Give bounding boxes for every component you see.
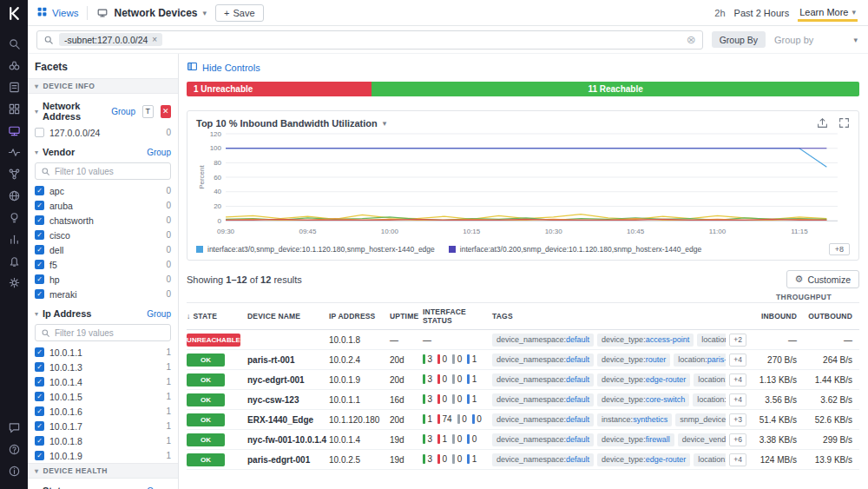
checkbox[interactable]: ✓ xyxy=(35,436,44,446)
checkbox[interactable]: ✓ xyxy=(35,186,44,195)
filter-toggle-button[interactable]: T xyxy=(142,105,154,118)
facet-group-vendor[interactable]: ▾VendorGroup xyxy=(28,140,178,161)
tag-pill[interactable]: device_type:access-point xyxy=(597,334,694,347)
chat-icon[interactable] xyxy=(0,417,28,439)
checkbox[interactable]: ✓ xyxy=(35,230,44,240)
alerting-icon[interactable] xyxy=(0,250,28,272)
explore-icon[interactable] xyxy=(0,55,28,76)
device-name[interactable]: nyc-edgrt-001 xyxy=(247,375,329,385)
legend-item[interactable]: interface:at3/0,snmp_device:10.1.120.180… xyxy=(196,245,435,254)
group-by-button[interactable]: Group By xyxy=(712,31,766,48)
facet-item[interactable]: ✓cisco0 xyxy=(28,228,178,242)
facet-filter-input[interactable] xyxy=(35,162,171,180)
save-button[interactable]: + Save xyxy=(215,4,264,22)
section-device-info[interactable]: ▾ DEVICE INFO xyxy=(28,78,178,94)
filter-chip[interactable]: -subnet:127.0.0.0/24 × xyxy=(59,33,162,46)
checkbox[interactable]: ✓ xyxy=(35,289,44,299)
tag-pill[interactable]: device_namespace:default xyxy=(492,354,594,367)
checkbox[interactable]: ✓ xyxy=(35,377,44,387)
more-tags-button[interactable]: +3 xyxy=(729,413,746,426)
checkbox[interactable]: ✓ xyxy=(35,245,44,254)
synthetics-icon[interactable] xyxy=(0,142,28,163)
more-tags-button[interactable]: +4 xyxy=(729,354,746,367)
checkbox[interactable]: ✓ xyxy=(35,260,44,269)
tag-pill[interactable]: location:nyc xyxy=(693,393,726,406)
more-tags-button[interactable]: +4 xyxy=(729,453,746,466)
table-row[interactable]: OKERX-1440_Edge10.1.120.18020d17400devic… xyxy=(187,410,859,430)
table-row[interactable]: UNREACHABLE10.0.1.8——device_namespace:de… xyxy=(187,330,859,350)
facet-item[interactable]: ✓10.0.1.11 xyxy=(28,345,178,360)
facet-item[interactable]: ✓f50 xyxy=(28,257,178,272)
tag-pill[interactable]: location:paris-dc1 xyxy=(694,453,726,466)
export-icon[interactable] xyxy=(817,117,828,129)
tag-pill[interactable]: instance:synthetics xyxy=(597,413,672,426)
more-tags-button[interactable]: +4 xyxy=(729,393,746,406)
tag-pill[interactable]: device_type:edge-router xyxy=(597,373,690,387)
facet-item[interactable]: 127.0.0.0/240 xyxy=(28,125,178,140)
search-icon[interactable] xyxy=(0,33,28,55)
network-devices-icon[interactable] xyxy=(0,120,28,142)
tag-pill[interactable]: device_namespace:default xyxy=(492,453,594,466)
search-input[interactable]: -subnet:127.0.0.0/24 × ⊗ xyxy=(36,30,703,50)
column-header-tags[interactable]: TAGS xyxy=(492,312,750,320)
tag-pill[interactable]: snmp_device:10.1.120.1... xyxy=(675,413,726,426)
facet-filter-field[interactable] xyxy=(55,167,165,176)
column-header-uptime[interactable]: UPTIME xyxy=(390,312,423,320)
tag-pill[interactable]: device_vendor:paloalto... xyxy=(678,433,727,446)
time-window-short[interactable]: 2h xyxy=(714,8,725,18)
unreachable-segment[interactable]: 1 Unreachable xyxy=(187,82,372,96)
facet-item[interactable]: ✓10.0.1.61 xyxy=(28,404,178,419)
facet-item[interactable]: ✓10.0.1.51 xyxy=(28,389,178,404)
remove-facet-button[interactable]: ✕ xyxy=(161,105,171,118)
group-link[interactable]: Group xyxy=(111,107,135,116)
tag-pill[interactable]: device_type:router xyxy=(597,354,670,367)
dashboards-icon[interactable] xyxy=(0,98,28,120)
tag-pill[interactable]: location:paris-dc1 xyxy=(674,354,726,367)
facet-filter-field[interactable] xyxy=(55,328,165,338)
facet-item[interactable]: ✓apc0 xyxy=(28,183,178,198)
facet-item[interactable]: ✓10.0.1.81 xyxy=(28,433,178,448)
device-name[interactable]: paris-edgrt-001 xyxy=(247,455,329,465)
app-logo-icon[interactable] xyxy=(0,0,28,26)
tag-pill[interactable]: device_type:firewall xyxy=(597,433,674,446)
checkbox[interactable]: ✓ xyxy=(35,274,44,284)
utilization-chart[interactable]: 020406080100120Percent09:3009:4510:0010:… xyxy=(196,129,850,241)
tag-pill[interactable]: device_namespace:default xyxy=(492,334,594,347)
settings-icon[interactable] xyxy=(0,272,28,294)
section-device-health[interactable]: ▾ DEVICE HEALTH xyxy=(28,463,178,479)
tag-pill[interactable]: device_namespace:default xyxy=(492,433,594,446)
tag-pill[interactable]: device_namespace:default xyxy=(492,393,594,406)
expand-icon[interactable] xyxy=(838,117,850,129)
table-row[interactable]: OKnyc-csw-12310.0.1.116d3001device_names… xyxy=(187,390,859,410)
checkbox[interactable]: ✓ xyxy=(35,347,44,357)
more-tags-button[interactable]: +2 xyxy=(729,334,746,347)
hide-controls-button[interactable]: Hide Controls xyxy=(187,58,859,82)
checkbox[interactable]: ✓ xyxy=(35,451,44,460)
checkbox[interactable]: ✓ xyxy=(35,392,44,401)
time-range-label[interactable]: Past 2 Hours xyxy=(734,8,790,18)
facets-panel[interactable]: Facets ▾ DEVICE INFO ▾Network AddressGro… xyxy=(28,54,179,489)
column-header-outbound[interactable]: OUTBOUND xyxy=(804,312,859,320)
tag-pill[interactable]: device_namespace:default xyxy=(492,413,594,426)
more-tags-button[interactable]: +4 xyxy=(729,373,746,387)
facet-item[interactable]: ✓10.0.1.41 xyxy=(28,374,178,389)
admin-icon[interactable] xyxy=(0,460,28,482)
clear-search-icon[interactable]: ⊗ xyxy=(687,34,696,45)
facet-item[interactable]: ✓hp0 xyxy=(28,272,178,287)
column-header-interface-status[interactable]: INTERFACE STATUS xyxy=(423,307,492,325)
more-tags-button[interactable]: +6 xyxy=(729,433,746,446)
facet-filter-input[interactable] xyxy=(35,324,171,341)
group-link[interactable]: Group xyxy=(147,486,171,489)
group-by-select[interactable]: Group by ▾ xyxy=(774,35,858,45)
device-name[interactable]: nyc-fw-001-10.0.1.4 xyxy=(247,435,329,445)
checkbox[interactable]: ✓ xyxy=(35,362,44,372)
column-header-device-name[interactable]: DEVICE NAME xyxy=(247,312,329,320)
device-name[interactable]: nyc-csw-123 xyxy=(247,395,329,405)
metrics-icon[interactable] xyxy=(0,228,28,250)
facet-item[interactable]: ✓meraki0 xyxy=(28,287,178,301)
facet-group-state[interactable]: ▾ State Group xyxy=(28,479,178,489)
view-picker[interactable]: Network Devices ▾ xyxy=(96,7,207,19)
table-row[interactable]: OKnyc-fw-001-10.0.1.410.0.1.419d3100devi… xyxy=(187,430,859,450)
column-header-ip-address[interactable]: IP ADDRESS xyxy=(329,312,390,320)
device-name[interactable]: paris-rt-001 xyxy=(247,355,329,365)
